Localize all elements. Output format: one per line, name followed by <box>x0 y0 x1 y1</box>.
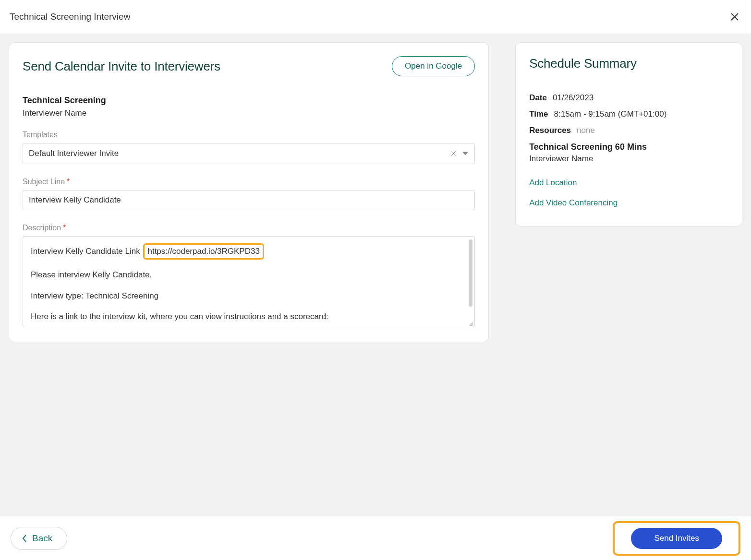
summary-date-key: Date <box>529 93 547 103</box>
summary-date-row: Date 01/26/2023 <box>529 93 728 103</box>
invite-card-header: Send Calendar Invite to Interviewers Ope… <box>23 56 475 76</box>
desc-line4: Here is a link to the interview kit, whe… <box>31 311 467 322</box>
page-title: Technical Screening Interview <box>10 12 130 22</box>
templates-label: Templates <box>23 131 475 139</box>
resize-handle-icon[interactable] <box>468 320 473 326</box>
desc-line1-prefix: Interview Kelly Candidate Link <box>31 247 140 256</box>
summary-time-row: Time 8:15am - 9:15am (GMT+01:00) <box>529 109 728 119</box>
invite-card-title: Send Calendar Invite to Interviewers <box>23 59 220 74</box>
page-header: Technical Screening Interview <box>0 0 751 34</box>
summary-resources-key: Resources <box>529 126 571 135</box>
description-content: Interview Kelly Candidate Link https://c… <box>31 243 467 322</box>
summary-time-val: 8:15am - 9:15am (GMT+01:00) <box>554 109 667 119</box>
schedule-summary-card: Schedule Summary Date 01/26/2023 Time 8:… <box>515 42 742 226</box>
template-select-icons <box>450 151 469 156</box>
add-location-link[interactable]: Add Location <box>529 178 577 188</box>
required-star: * <box>67 178 70 186</box>
summary-title: Schedule Summary <box>529 56 728 71</box>
summary-time-key: Time <box>529 109 548 119</box>
template-select[interactable]: Default Interviewer Invite <box>23 143 475 164</box>
svg-line-6 <box>471 324 473 326</box>
template-select-value: Default Interviewer Invite <box>29 149 119 158</box>
summary-resources-val: none <box>577 126 595 135</box>
close-icon <box>730 12 739 22</box>
invite-card: Send Calendar Invite to Interviewers Ope… <box>9 42 489 342</box>
send-invites-button[interactable]: Send Invites <box>631 528 722 549</box>
summary-interviewer-line: Interviewer Name <box>529 154 728 164</box>
close-button[interactable] <box>728 10 741 24</box>
desc-line3: Interview type: Technical Screening <box>31 290 467 302</box>
back-button-label: Back <box>32 533 52 544</box>
screening-heading: Technical Screening <box>23 95 475 106</box>
summary-screening-block: Technical Screening 60 Mins Interviewer … <box>529 142 728 164</box>
description-scrollbar[interactable] <box>469 239 472 321</box>
required-star: * <box>63 224 66 232</box>
back-button[interactable]: Back <box>11 527 67 550</box>
summary-date-val: 01/26/2023 <box>553 93 594 103</box>
clear-icon[interactable] <box>450 151 456 156</box>
interviewer-name: Interviewer Name <box>23 108 475 118</box>
scrollbar-thumb[interactable] <box>469 239 472 307</box>
body-area: Send Calendar Invite to Interviewers Ope… <box>0 34 751 516</box>
summary-resources-row: Resources none <box>529 126 728 135</box>
desc-line2: Please interview Kelly Candidate. <box>31 269 467 281</box>
subject-input[interactable] <box>23 190 475 210</box>
svg-marker-4 <box>463 152 468 155</box>
send-invites-highlight: Send Invites <box>613 521 740 556</box>
description-label: Description* <box>23 224 475 232</box>
summary-screening-line: Technical Screening 60 Mins <box>529 142 728 152</box>
add-video-link[interactable]: Add Video Conferencing <box>529 198 618 208</box>
open-in-google-button[interactable]: Open in Google <box>392 56 475 76</box>
svg-line-5 <box>469 322 473 326</box>
footer-bar: Back Send Invites <box>0 516 751 560</box>
chevron-left-icon <box>22 534 27 543</box>
chevron-down-icon[interactable] <box>462 151 469 156</box>
coderpad-link-highlight: https://coderpad.io/3RGKPD33 <box>143 243 264 260</box>
subject-label: Subject Line* <box>23 178 475 186</box>
description-textarea[interactable]: Interview Kelly Candidate Link https://c… <box>23 236 475 327</box>
